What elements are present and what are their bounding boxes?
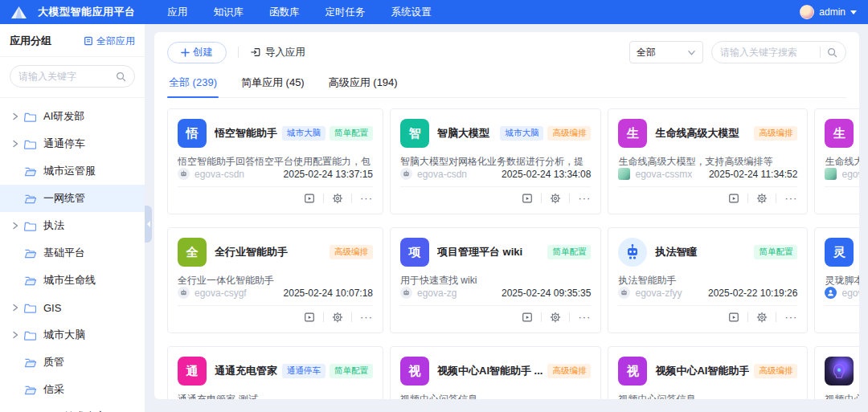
more-icon[interactable]: ···	[784, 195, 797, 202]
settings-gear-icon[interactable]	[756, 312, 768, 323]
preview-icon[interactable]	[304, 312, 315, 323]
card-title: 视频中心AI智能助手 ...	[437, 364, 542, 378]
app-card[interactable]: 执法智瞳简单配置执法智能助手egova-zfyy2025-02-22 10:19…	[608, 227, 808, 333]
preview-icon[interactable]	[304, 193, 315, 204]
app-type-tabs: 全部 (239)简单应用 (45)高级应用 (194)	[167, 71, 846, 98]
actions-divider	[351, 312, 352, 322]
group-search-input[interactable]	[18, 71, 116, 82]
tree-item-label: 信采	[43, 382, 64, 397]
tree-item[interactable]: AI研发部	[0, 103, 145, 130]
tree-item[interactable]: 工程技术中心	[0, 403, 145, 412]
tree-item[interactable]: 信采	[0, 376, 145, 403]
tree-item-label: AI研发部	[43, 109, 84, 124]
app-card[interactable]: 灵灵珑脚本高级编排灵珑脚本小助手回答用户在使用灵珑平台提出的问题egova-jc…	[814, 227, 859, 333]
apps-toolbar: 创建 导入应用 全部	[167, 40, 846, 64]
owner-name: egova-csygf	[194, 288, 284, 299]
app-card[interactable]: 通通通充电管家通通停车简单配置通通充电管家-测试	[167, 346, 383, 399]
tree-item[interactable]: 城市生命线	[0, 267, 145, 294]
card-tag: 高级编排	[547, 364, 591, 378]
app-card[interactable]: 智智脑大模型城市大脑高级编排智脑大模型对网格化业务数据进行分析，提供智能分析和决…	[390, 108, 601, 214]
user-name: admin	[819, 6, 845, 18]
chevron-right-icon[interactable]	[11, 331, 24, 339]
more-icon[interactable]: ···	[784, 314, 797, 320]
nav-menu-item[interactable]: 系统设置	[391, 6, 432, 19]
card-actions: ···	[178, 305, 373, 323]
tree-item[interactable]: 城市大脑	[0, 321, 145, 349]
card-title: 通通充电管家	[215, 364, 277, 378]
card-tags: 高级编排	[754, 126, 797, 141]
tab[interactable]: 简单应用 (45)	[240, 71, 306, 97]
settings-gear-icon[interactable]	[332, 193, 343, 204]
app-card[interactable]: 生生命线高级大模型高级编排生命线高级大模型，支持高级编排等egova-cssmx…	[608, 108, 808, 214]
tree-item-label: 基础平台	[43, 246, 85, 260]
nav-menu-item[interactable]: 知识库	[214, 6, 244, 19]
import-app-button[interactable]: 导入应用	[250, 46, 305, 59]
card-meta: egova-zg2025-02-24 09:35:35	[400, 287, 591, 299]
card-tag: 高级编排	[754, 364, 797, 378]
app-card[interactable]: 悟悟空智能助手城市大脑简单配置悟空智能助手回答悟空平台使用配置能力，包括大屏配置…	[167, 108, 383, 214]
more-icon[interactable]: ···	[360, 314, 373, 320]
search-icon[interactable]	[827, 47, 837, 58]
chevron-right-icon[interactable]	[11, 222, 24, 230]
card-tag: 通通停车	[282, 364, 326, 378]
tree-item[interactable]: 城市运管服	[0, 157, 145, 185]
tab[interactable]: 高级应用 (194)	[327, 71, 399, 97]
app-card[interactable]: 视视频中心AI智能助手 ...高级编排视频中心问答信息	[390, 346, 601, 399]
card-description: 执法智能助手	[618, 273, 797, 287]
chevron-right-icon[interactable]	[11, 140, 24, 148]
actions-divider	[541, 194, 542, 203]
preview-icon[interactable]	[728, 193, 739, 204]
nav-menu-item[interactable]: 函数库	[269, 6, 300, 19]
all-apps-link[interactable]: 全部应用	[84, 35, 135, 48]
preview-icon[interactable]	[522, 312, 533, 323]
nav-menu-item[interactable]: 定时任务	[326, 6, 366, 19]
more-icon[interactable]: ···	[578, 314, 591, 320]
folder-open-icon	[24, 247, 37, 259]
folder-icon	[24, 219, 37, 232]
more-icon[interactable]: ···	[360, 195, 373, 202]
create-button[interactable]: 创建	[167, 42, 227, 63]
sidebar-collapse-handle[interactable]	[145, 206, 152, 243]
owner-name: egova-jcpt	[841, 288, 859, 299]
tree-item[interactable]: 通通停车	[0, 130, 145, 157]
settings-gear-icon[interactable]	[550, 193, 561, 204]
tree-item-label: 质管	[43, 355, 64, 369]
chevron-down-icon	[687, 48, 696, 57]
preview-icon[interactable]	[728, 312, 739, 323]
user-menu[interactable]: admin	[800, 5, 857, 19]
tab[interactable]: 全部 (239)	[167, 71, 219, 97]
app-card[interactable]: 视视频中心AI智能助手高级编排视频中心问答信息	[608, 346, 808, 399]
app-card[interactable]: 全全行业智能助手高级编排全行业一体化智能助手egova-csygf2025-02…	[167, 227, 383, 333]
filter-select[interactable]: 全部	[629, 41, 703, 63]
card-description: 悟空智能助手回答悟空平台使用配置能力，包括大屏配置指导、平台使用指导、实施规范流…	[178, 154, 373, 168]
chevron-right-icon[interactable]	[11, 112, 24, 120]
app-icon: 视	[618, 357, 647, 385]
settings-gear-icon[interactable]	[756, 193, 768, 204]
tree-item[interactable]: GIS	[0, 294, 145, 321]
card-header: 悟悟空智能助手城市大脑简单配置	[178, 119, 373, 148]
folder-icon	[24, 110, 37, 123]
app-card[interactable]: 项项目管理平台 wiki简单配置用于快速查找 wikiegova-zg2025-…	[390, 227, 601, 333]
import-icon	[250, 47, 261, 58]
settings-gear-icon[interactable]	[332, 312, 343, 323]
card-meta: egova-csygf2025-02-24 10:07:18	[178, 287, 373, 299]
app-card[interactable]: 视频中心AI智能助手平台研发组高级编排视频中心问答信息	[814, 346, 859, 399]
chevron-right-icon[interactable]	[11, 304, 24, 312]
more-icon[interactable]: ···	[578, 195, 591, 202]
nav-menu-item[interactable]: 应用	[168, 6, 188, 19]
tree-item[interactable]: 一网统管	[0, 185, 145, 212]
card-tags: 通通停车简单配置	[282, 364, 373, 378]
app-card[interactable]: 生生命线大模型简单配置生命线大模型聚焦城市生命线领域，为运维人员提供设备故障诊断…	[814, 108, 859, 214]
card-actions: ···	[618, 305, 797, 323]
folder-open-icon	[24, 192, 37, 205]
tree-item[interactable]: 执法	[0, 212, 145, 239]
app-search-input[interactable]	[720, 47, 813, 58]
card-actions: ···	[825, 186, 859, 204]
tree-item[interactable]: 基础平台	[0, 239, 145, 267]
card-description: 全行业一体化智能助手	[178, 273, 373, 287]
owner-avatar	[400, 168, 412, 180]
settings-gear-icon[interactable]	[550, 312, 561, 323]
preview-icon[interactable]	[522, 193, 533, 204]
card-actions: ···	[178, 186, 373, 204]
tree-item[interactable]: 质管	[0, 349, 145, 376]
